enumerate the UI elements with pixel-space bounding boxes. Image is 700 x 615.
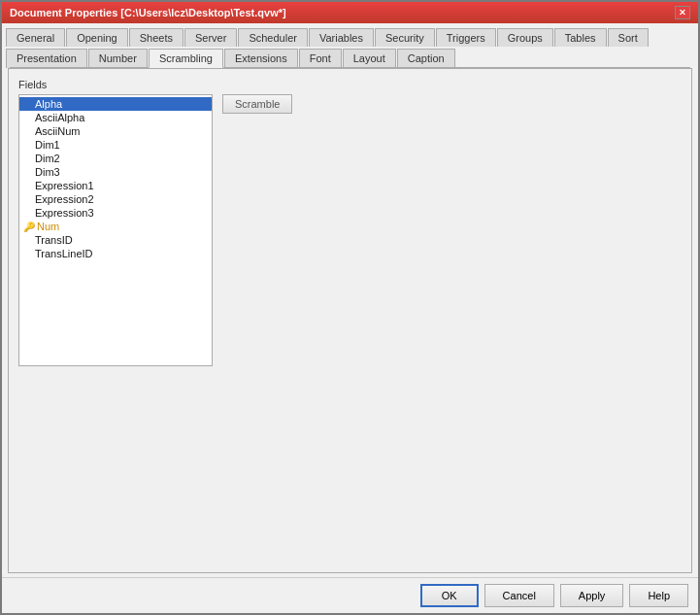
tab-caption[interactable]: Caption [397, 49, 455, 68]
fields-label: Fields [18, 79, 682, 90]
tab-variables[interactable]: Variables [309, 28, 374, 47]
field-item-transid[interactable]: TransID [19, 233, 212, 247]
field-item-asciiaplha[interactable]: AsciiAlpha [19, 111, 212, 124]
window-title: Document Properties [C:\Users\lcz\Deskto… [10, 7, 286, 18]
field-item-dim2[interactable]: Dim2 [19, 152, 212, 165]
tab-general[interactable]: General [6, 28, 65, 47]
content-area: Fields Alpha AsciiAlpha AsciiNum Dim1 Di… [8, 68, 692, 573]
tab-tables[interactable]: Tables [554, 28, 607, 47]
field-item-alpha[interactable]: Alpha [19, 97, 212, 111]
field-item-expression3[interactable]: Expression3 [19, 206, 212, 220]
scramble-button[interactable]: Scramble [222, 94, 292, 114]
main-row: Alpha AsciiAlpha AsciiNum Dim1 Dim2 Dim3… [18, 94, 682, 366]
tab-scrambling[interactable]: Scrambling [149, 49, 223, 68]
tab-number[interactable]: Number [88, 49, 148, 68]
tab-groups[interactable]: Groups [497, 28, 553, 47]
scramble-button-container: Scramble [222, 94, 292, 114]
tab-divider [10, 67, 690, 68]
main-window: Document Properties [C:\Users\lcz\Deskto… [0, 0, 700, 615]
tab-sort[interactable]: Sort [608, 28, 649, 47]
ok-button[interactable]: OK [420, 584, 479, 607]
tab-sheets[interactable]: Sheets [129, 28, 183, 47]
tabs-row2-container: Presentation Number Scrambling Extension… [2, 46, 698, 68]
tab-triggers[interactable]: Triggers [436, 28, 496, 47]
field-item-dim1[interactable]: Dim1 [19, 138, 212, 152]
field-item-expression1[interactable]: Expression1 [19, 179, 212, 192]
field-item-translineid[interactable]: TransLineID [19, 247, 212, 260]
fields-list[interactable]: Alpha AsciiAlpha AsciiNum Dim1 Dim2 Dim3… [18, 94, 213, 366]
bottom-bar: OK Cancel Apply Help [2, 577, 698, 613]
tabs-row1: General Opening Sheets Server Scheduler … [6, 27, 694, 46]
field-item-expression2[interactable]: Expression2 [19, 192, 212, 206]
tab-security[interactable]: Security [375, 28, 435, 47]
title-bar: Document Properties [C:\Users\lcz\Deskto… [2, 2, 698, 23]
tabs-row1-container: General Opening Sheets Server Scheduler … [2, 23, 698, 46]
title-bar-buttons: ✕ [675, 6, 690, 19]
field-item-asciinum[interactable]: AsciiNum [19, 124, 212, 138]
tab-font[interactable]: Font [299, 49, 342, 68]
tab-presentation[interactable]: Presentation [6, 49, 87, 68]
help-button[interactable]: Help [629, 584, 688, 607]
field-item-num[interactable]: 🔑Num [19, 220, 212, 233]
tabs-row2: Presentation Number Scrambling Extension… [6, 48, 694, 67]
tab-scheduler[interactable]: Scheduler [238, 28, 308, 47]
tab-opening[interactable]: Opening [66, 28, 128, 47]
field-item-dim3[interactable]: Dim3 [19, 165, 212, 179]
close-button[interactable]: ✕ [675, 6, 690, 19]
tab-server[interactable]: Server [184, 28, 237, 47]
apply-button[interactable]: Apply [560, 584, 624, 607]
cancel-button[interactable]: Cancel [484, 584, 554, 607]
tab-extensions[interactable]: Extensions [224, 49, 298, 68]
tab-layout[interactable]: Layout [343, 49, 396, 68]
key-icon: 🔑 [23, 222, 35, 232]
